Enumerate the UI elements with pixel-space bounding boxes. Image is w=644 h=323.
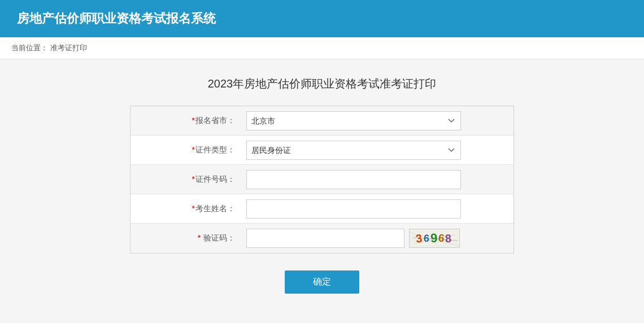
cert-no-row: *证件号码： xyxy=(130,165,514,194)
app-title: 房地产估价师职业资格考试报名系统 xyxy=(17,11,216,25)
captcha-image[interactable]: 3 6 9 6 8 xyxy=(409,229,460,248)
cert-no-input[interactable] xyxy=(246,170,461,189)
captcha-label: * 验证码： xyxy=(130,233,243,243)
cert-type-label: *证件类型： xyxy=(130,145,243,155)
name-row: *考生姓名： xyxy=(130,194,514,224)
captcha-char-2: 6 xyxy=(423,232,431,245)
province-required-mark: * xyxy=(192,116,195,125)
breadcrumb-current: 准考证打印 xyxy=(50,43,87,52)
captcha-required-mark: * xyxy=(198,233,201,242)
cert-no-required-mark: * xyxy=(192,174,195,184)
cert-type-select[interactable]: 居民身份证 护照 港澳居民来往内地通行证 xyxy=(246,141,461,160)
name-input[interactable] xyxy=(246,199,461,219)
cert-type-row: *证件类型： 居民身份证 护照 港澳居民来往内地通行证 xyxy=(130,136,514,165)
form-container: *报名省市： 北京市 上海市 天津市 重庆市 *证件类型： 居民身份证 护照 xyxy=(130,106,514,254)
captcha-input[interactable] xyxy=(246,229,404,248)
submit-button[interactable]: 确定 xyxy=(285,270,359,294)
province-control-area: 北京市 上海市 天津市 重庆市 xyxy=(243,107,514,135)
name-control-area xyxy=(243,195,514,223)
submit-area: 确定 xyxy=(11,254,633,311)
breadcrumb-prefix: 当前位置： xyxy=(11,43,48,52)
captcha-row: * 验证码： 3 6 9 6 8 xyxy=(130,224,514,253)
breadcrumb-bar: 当前位置： 准考证打印 xyxy=(0,37,644,59)
name-required-mark: * xyxy=(192,204,195,213)
captcha-char-5: 8 xyxy=(445,232,453,245)
cert-type-control-area: 居民身份证 护照 港澳居民来往内地通行证 xyxy=(243,136,514,164)
province-row: *报名省市： 北京市 上海市 天津市 重庆市 xyxy=(130,106,514,136)
cert-no-label: *证件号码： xyxy=(130,174,243,185)
cert-no-control-area xyxy=(243,165,514,194)
province-select[interactable]: 北京市 上海市 天津市 重庆市 xyxy=(246,111,461,130)
page-title: 2023年房地产估价师职业资格考试准考证打印 xyxy=(11,76,633,91)
captcha-control-area: 3 6 9 6 8 xyxy=(243,224,514,252)
main-content: 2023年房地产估价师职业资格考试准考证打印 *报名省市： 北京市 上海市 天津… xyxy=(0,59,644,323)
province-label: *报名省市： xyxy=(130,116,243,126)
cert-type-required-mark: * xyxy=(192,145,195,154)
name-label: *考生姓名： xyxy=(130,204,243,214)
captcha-group: 3 6 9 6 8 xyxy=(246,229,460,248)
app-header: 房地产估价师职业资格考试报名系统 xyxy=(0,0,644,37)
